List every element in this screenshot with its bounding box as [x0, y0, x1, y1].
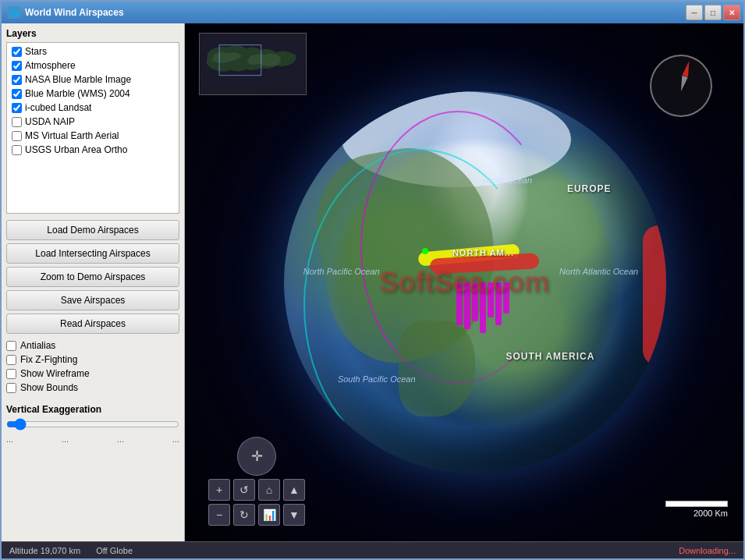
globe[interactable]: [284, 91, 666, 473]
layer-label-atmosphere: Atmosphere: [25, 60, 76, 71]
tilt-icon: ▲: [289, 484, 300, 496]
layer-label-nasa-blue-marble: NASA Blue Marble Image: [25, 74, 131, 85]
minimize-button[interactable]: ─: [686, 5, 703, 20]
downloading-status: Downloading...: [679, 546, 736, 555]
zoom-in-icon: +: [216, 484, 222, 496]
left-panel: Layers Stars Atmosphere NASA Blue Marble…: [2, 23, 185, 541]
layer-label-blue-marble-wms: Blue Marble (WMS) 2004: [25, 88, 130, 99]
show-bounds-label: Show Bounds: [20, 382, 78, 393]
layer-checkbox-i-cubed[interactable]: [12, 103, 22, 113]
tick-mid1: ...: [62, 434, 69, 444]
app-window: 🌐 World Wind Airspaces ─ □ ✕ Layers Star…: [0, 0, 745, 560]
layer-item-usda-naip[interactable]: USDA NAIP: [9, 115, 177, 129]
layers-title: Layers: [6, 28, 179, 39]
maximize-button[interactable]: □: [704, 5, 722, 20]
load-demo-button[interactable]: Load Demo Airspaces: [6, 220, 179, 240]
mini-map-svg: [200, 34, 306, 94]
tick-mid2: ...: [117, 434, 124, 444]
tick-max: ...: [172, 434, 179, 444]
close-button[interactable]: ✕: [723, 5, 740, 20]
fix-z-fighting-checkbox[interactable]: [6, 355, 16, 365]
needle-south: [678, 76, 688, 92]
app-icon: 🌐: [8, 6, 20, 19]
rotate-ccw-icon: ↺: [239, 484, 249, 496]
mini-map: [199, 33, 307, 95]
show-bounds-item[interactable]: Show Bounds: [6, 382, 179, 393]
show-wireframe-item[interactable]: Show Wireframe: [6, 368, 179, 379]
zoom-demo-button[interactable]: Zoom to Demo Airspaces: [6, 267, 179, 287]
checkboxes-section: Antialias Fix Z-Fighting Show Wireframe …: [6, 340, 179, 393]
title-bar: 🌐 World Wind Airspaces ─ □ ✕: [2, 2, 743, 23]
layer-item-i-cubed[interactable]: i-cubed Landsat: [9, 101, 177, 115]
layer-label-usda-naip: USDA NAIP: [25, 116, 75, 127]
layer-checkbox-usgs-urban[interactable]: [12, 145, 22, 155]
tilt-down-icon: ▼: [289, 509, 300, 521]
position-status: Off Globe: [96, 546, 133, 555]
nav-row-pan: ✛: [237, 437, 276, 476]
scale-line: [665, 501, 728, 507]
scale-label: 2000 Km: [694, 509, 728, 518]
layer-label-usgs-urban: USGS Urban Area Ortho: [25, 144, 127, 155]
altitude-status: Altitude 19,070 km: [9, 546, 80, 555]
show-wireframe-label: Show Wireframe: [20, 368, 90, 379]
antialias-item[interactable]: Antialias: [6, 340, 179, 351]
chart-icon: 📊: [263, 509, 276, 521]
show-wireframe-checkbox[interactable]: [6, 369, 16, 379]
pan-control[interactable]: ✛: [237, 437, 276, 476]
title-bar-left: 🌐 World Wind Airspaces: [8, 6, 124, 19]
antialias-label: Antialias: [20, 340, 55, 351]
layer-checkbox-atmosphere[interactable]: [12, 61, 22, 71]
read-airspaces-button[interactable]: Read Airspaces: [6, 314, 179, 334]
globe-container[interactable]: Arctic Ocean North Pacific Ocean North A…: [284, 91, 666, 473]
layer-checkbox-ms-virtual-earth[interactable]: [12, 131, 22, 141]
layer-item-atmosphere[interactable]: Atmosphere: [9, 58, 177, 73]
compass: [650, 55, 712, 117]
main-content: Layers Stars Atmosphere NASA Blue Marble…: [2, 23, 743, 541]
layer-checkbox-stars[interactable]: [12, 47, 22, 57]
compass-needle: [678, 60, 692, 92]
antialias-checkbox[interactable]: [6, 341, 16, 351]
needle-north: [682, 60, 692, 76]
action-buttons: Load Demo Airspaces Load Intersecting Ai…: [6, 220, 179, 334]
title-buttons: ─ □ ✕: [686, 5, 740, 20]
globe-view[interactable]: Arctic Ocean North Pacific Ocean North A…: [185, 23, 743, 541]
tilt-down-button[interactable]: ▼: [283, 504, 305, 526]
window-title: World Wind Airspaces: [25, 7, 124, 18]
zoom-out-button[interactable]: −: [208, 504, 230, 526]
slider-container: [6, 418, 179, 433]
tilt-button[interactable]: ▲: [283, 479, 305, 501]
layer-checkbox-nasa-blue-marble[interactable]: [12, 75, 22, 85]
layer-item-ms-virtual-earth[interactable]: MS Virtual Earth Aerial: [9, 129, 177, 143]
tick-labels: ... ... ... ...: [6, 434, 179, 444]
layer-item-usgs-urban[interactable]: USGS Urban Area Ortho: [9, 143, 177, 157]
layer-checkbox-blue-marble-wms[interactable]: [12, 89, 22, 99]
mini-map-inner: [200, 34, 306, 94]
atmospheric-glow: [284, 91, 666, 473]
layer-item-blue-marble-wms[interactable]: Blue Marble (WMS) 2004: [9, 87, 177, 101]
layer-item-nasa-blue-marble[interactable]: NASA Blue Marble Image: [9, 73, 177, 87]
rotate-cw-icon: ↻: [239, 509, 249, 521]
fix-z-fighting-item[interactable]: Fix Z-Fighting: [6, 354, 179, 365]
compass-circle: [650, 55, 712, 117]
vertical-exaggeration-slider[interactable]: [6, 418, 179, 431]
layer-checkbox-usda-naip[interactable]: [12, 117, 22, 127]
vertical-exaggeration-section: Vertical Exaggeration ... ... ... ...: [6, 404, 179, 444]
nav-row-zoom-rotate: + ↺ ⌂ ▲: [208, 479, 305, 501]
zoom-in-button[interactable]: +: [208, 479, 230, 501]
layers-box[interactable]: Stars Atmosphere NASA Blue Marble Image …: [6, 42, 179, 214]
load-intersecting-button[interactable]: Load Intersecting Airspaces: [6, 243, 179, 264]
nav-controls: ✛ + ↺ ⌂ ▲: [208, 437, 305, 526]
nav-row-zoom-rotate2: − ↻ 📊 ▼: [208, 504, 305, 526]
rotate-ccw-button[interactable]: ↺: [233, 479, 255, 501]
show-bounds-checkbox[interactable]: [6, 383, 16, 393]
pan-icon: ✛: [251, 448, 263, 465]
fix-z-fighting-label: Fix Z-Fighting: [20, 354, 77, 365]
layers-list: Stars Atmosphere NASA Blue Marble Image …: [7, 43, 179, 158]
reset-button[interactable]: ⌂: [258, 479, 280, 501]
save-airspaces-button[interactable]: Save Airspaces: [6, 290, 179, 310]
layer-item-stars[interactable]: Stars: [9, 44, 177, 58]
layer-label-ms-virtual-earth: MS Virtual Earth Aerial: [25, 130, 119, 141]
rotate-cw-button[interactable]: ↻: [233, 504, 255, 526]
chart-button[interactable]: 📊: [258, 504, 280, 526]
tick-min: ...: [6, 434, 13, 444]
